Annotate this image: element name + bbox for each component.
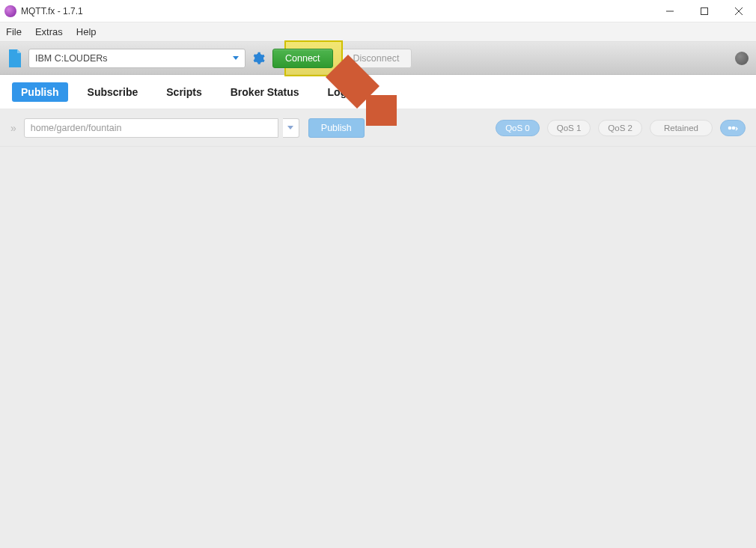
maximize-icon bbox=[701, 7, 708, 15]
tab-publish[interactable]: Publish bbox=[12, 82, 68, 102]
topic-input[interactable]: home/garden/fountain bbox=[24, 118, 278, 138]
tab-log[interactable]: Log bbox=[319, 82, 356, 102]
gear-icon[interactable] bbox=[252, 52, 265, 65]
tab-subscribe[interactable]: Subscribe bbox=[79, 82, 147, 102]
chevron-down-icon bbox=[287, 126, 293, 130]
connection-toolbar: IBM C:LOUDERs Connect Disconnect bbox=[0, 42, 756, 75]
publish-button-label: Publish bbox=[321, 123, 352, 133]
menu-item-help[interactable]: Help bbox=[76, 26, 97, 37]
qos-2-label: QoS 2 bbox=[608, 124, 632, 133]
profile-select[interactable]: IBM C:LOUDERs bbox=[28, 49, 246, 68]
svg-rect-1 bbox=[701, 7, 708, 14]
qos-2-pill[interactable]: QoS 2 bbox=[598, 120, 642, 136]
svg-point-5 bbox=[728, 126, 732, 130]
connect-button-label: Connect bbox=[285, 53, 320, 64]
retained-label: Retained bbox=[664, 124, 698, 133]
menu-item-extras[interactable]: Extras bbox=[35, 26, 63, 37]
maximize-button[interactable] bbox=[687, 0, 722, 22]
retained-pill[interactable]: Retained bbox=[650, 120, 713, 136]
tabs-row: Publish Subscribe Scripts Broker Status … bbox=[0, 75, 756, 109]
disconnect-button[interactable]: Disconnect bbox=[341, 49, 412, 68]
minimize-button[interactable] bbox=[653, 0, 687, 22]
settings-pill-icon bbox=[727, 124, 739, 132]
expand-chevron-icon[interactable]: » bbox=[10, 122, 16, 134]
tab-broker-status[interactable]: Broker Status bbox=[222, 82, 308, 102]
profile-selected-label: IBM C:LOUDERs bbox=[35, 53, 108, 64]
close-button[interactable] bbox=[722, 0, 756, 22]
publish-panel: » home/garden/fountain Publish QoS 0 QoS… bbox=[0, 109, 756, 548]
svg-point-6 bbox=[732, 126, 736, 130]
publish-button[interactable]: Publish bbox=[308, 118, 365, 138]
titlebar: MQTT.fx - 1.7.1 bbox=[0, 0, 756, 22]
qos-0-label: QoS 0 bbox=[505, 124, 530, 133]
minimize-icon bbox=[666, 7, 674, 15]
qos-1-pill[interactable]: QoS 1 bbox=[547, 120, 591, 136]
settings-pill[interactable] bbox=[720, 120, 746, 136]
close-icon bbox=[735, 7, 743, 15]
profile-document-icon bbox=[7, 49, 22, 67]
chevron-down-icon bbox=[233, 56, 239, 60]
menubar: File Extras Help bbox=[0, 22, 756, 42]
topic-dropdown-button[interactable] bbox=[283, 118, 299, 138]
window-title: MQTT.fx - 1.7.1 bbox=[21, 6, 83, 16]
window-controls bbox=[653, 0, 756, 22]
app-icon bbox=[4, 5, 16, 17]
connect-button[interactable]: Connect bbox=[272, 49, 333, 68]
connection-status-indicator bbox=[735, 52, 749, 65]
disconnect-button-label: Disconnect bbox=[353, 53, 400, 64]
qos-0-pill[interactable]: QoS 0 bbox=[496, 120, 540, 136]
qos-1-label: QoS 1 bbox=[557, 124, 582, 133]
topic-input-value: home/garden/fountain bbox=[31, 123, 122, 133]
publish-bar: » home/garden/fountain Publish QoS 0 QoS… bbox=[0, 109, 756, 147]
menu-item-file[interactable]: File bbox=[6, 26, 22, 37]
tab-scripts[interactable]: Scripts bbox=[157, 82, 210, 102]
